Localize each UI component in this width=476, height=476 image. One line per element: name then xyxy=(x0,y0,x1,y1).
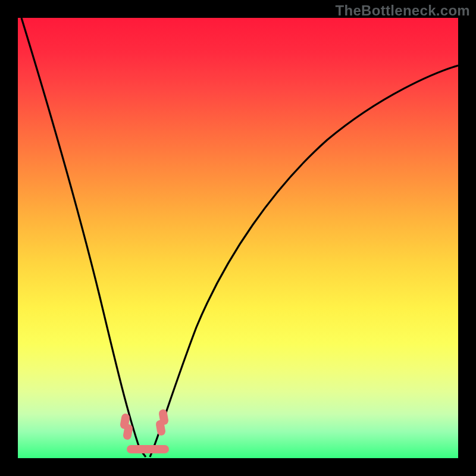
curve-right xyxy=(150,65,458,457)
chart-frame: TheBottleneck.com xyxy=(0,0,476,476)
plot-area xyxy=(18,18,458,458)
chart-curves xyxy=(18,18,458,458)
watermark-text: TheBottleneck.com xyxy=(336,2,470,19)
curve-left xyxy=(21,18,146,457)
highlight-dot xyxy=(145,445,169,453)
